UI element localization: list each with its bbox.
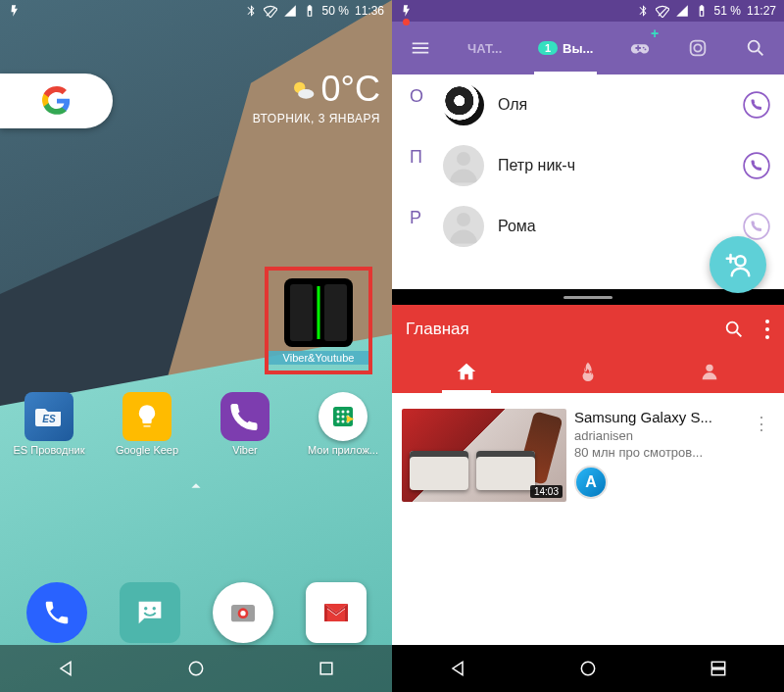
nav-bar-right — [392, 645, 784, 692]
viber-tab-games[interactable]: + — [625, 22, 655, 74]
viber-contacts-list: О Оля П Петр ник-ч Р Рома — [392, 74, 784, 257]
nav-back-icon[interactable] — [56, 659, 75, 678]
battery-icon — [303, 4, 317, 18]
dock-phone[interactable] — [26, 582, 87, 643]
contact-name: Петр ник-ч — [498, 157, 743, 174]
viber-call-icon[interactable] — [743, 91, 770, 119]
nav-home-icon[interactable] — [186, 659, 206, 678]
app-my-apps[interactable]: Мои прилож... — [305, 392, 381, 456]
split-screen-apps: 51 % 11:27 ЧАТ... 1Вы... + О Оля П Петр … — [392, 0, 784, 692]
yt-tab-home[interactable] — [407, 350, 527, 393]
video-more-icon[interactable]: ⋮ — [749, 409, 774, 438]
svg-point-13 — [144, 607, 147, 610]
video-channel: adrianisen — [574, 428, 741, 443]
weather-widget[interactable]: 0°C ВТОРНИК, 3 ЯНВАРЯ — [253, 69, 380, 125]
yt-tab-account[interactable] — [650, 350, 770, 393]
gmail-icon — [318, 595, 354, 630]
video-meta: Samsung Galaxy S... adrianisen 80 млн пр… — [574, 409, 741, 499]
svg-point-11 — [342, 420, 345, 423]
video-duration: 14:03 — [530, 485, 563, 498]
svg-point-1 — [298, 89, 314, 99]
flame-icon — [577, 361, 599, 382]
video-views: 80 млн про смотров... — [574, 445, 741, 460]
yt-tab-trending[interactable] — [528, 350, 649, 393]
viber-call-icon[interactable] — [743, 213, 770, 240]
svg-point-6 — [347, 411, 350, 414]
video-title: Samsung Galaxy S... — [574, 409, 741, 426]
person-icon — [699, 361, 720, 382]
svg-point-8 — [342, 416, 345, 419]
signal-icon — [675, 4, 689, 18]
nav-recent-icon[interactable] — [317, 659, 336, 678]
bolt-icon — [400, 4, 414, 18]
channel-avatar[interactable]: A — [574, 466, 608, 499]
app-row: ES ES Проводник Google Keep Viber Мои пр… — [0, 392, 392, 456]
add-contact-fab[interactable] — [710, 236, 766, 293]
youtube-video-item[interactable]: 14:03 Samsung Galaxy S... adrianisen 80 … — [392, 393, 784, 518]
svg-point-14 — [152, 607, 155, 610]
viber-menu-button[interactable] — [406, 22, 435, 74]
viber-tab-contacts[interactable]: 1Вы... — [534, 22, 597, 74]
viber-tab-public[interactable] — [683, 22, 712, 74]
temperature-text: 0°C — [321, 69, 380, 110]
svg-point-30 — [765, 320, 769, 323]
viber-tab-chat[interactable]: ЧАТ... — [464, 22, 506, 74]
split-drag-handle[interactable] — [392, 289, 784, 305]
contact-row[interactable]: Оля — [443, 74, 784, 135]
svg-point-21 — [694, 44, 701, 51]
app-google-keep[interactable]: Google Keep — [109, 392, 185, 456]
search-icon — [745, 37, 766, 59]
section-letter: О — [392, 74, 443, 107]
app-drawer-handle[interactable] — [185, 475, 207, 501]
app-es-explorer[interactable]: ES ES Проводник — [11, 392, 87, 456]
nav-back-icon[interactable] — [448, 659, 467, 678]
svg-rect-36 — [712, 669, 725, 675]
date-text: ВТОРНИК, 3 ЯНВАРЯ — [253, 112, 380, 125]
chevron-up-icon — [185, 475, 207, 497]
lightbulb-icon — [133, 403, 161, 430]
spiral-icon — [687, 37, 709, 59]
weather-icon — [290, 76, 316, 102]
signal-icon — [283, 4, 297, 18]
status-bar-left: 50 % 11:36 — [0, 0, 392, 22]
svg-point-5 — [342, 411, 345, 414]
google-search-widget[interactable] — [0, 74, 113, 128]
svg-point-28 — [736, 256, 746, 266]
nav-home-icon[interactable] — [578, 659, 598, 678]
bolt-icon — [8, 4, 22, 18]
svg-point-29 — [727, 322, 738, 333]
dock-camera[interactable] — [213, 582, 273, 643]
youtube-panel: Главная 14:03 Samsung Galaxy S... adrian… — [392, 289, 784, 645]
contact-section: П Петр ник-ч — [392, 135, 784, 196]
svg-point-23 — [744, 92, 769, 118]
dock-messages[interactable] — [120, 582, 180, 643]
more-vert-icon[interactable] — [764, 319, 770, 340]
phone-icon — [42, 598, 72, 627]
dock — [0, 582, 392, 643]
nav-split-icon[interactable] — [709, 659, 728, 678]
viber-search-button[interactable] — [741, 22, 770, 74]
clock-text: 11:27 — [747, 4, 776, 18]
app-viber[interactable]: Viber — [207, 392, 283, 456]
viber-call-icon[interactable] — [743, 152, 770, 179]
camera-icon — [227, 597, 259, 628]
svg-point-7 — [337, 416, 340, 419]
contact-name: Оля — [498, 96, 743, 114]
svg-point-32 — [765, 335, 769, 339]
apps-grid-icon — [328, 402, 358, 431]
svg-point-10 — [337, 420, 340, 423]
svg-point-17 — [240, 611, 245, 616]
youtube-toolbar: Главная — [392, 305, 784, 393]
svg-text:ES: ES — [42, 414, 56, 424]
contact-row[interactable]: Петр ник-ч — [443, 135, 784, 196]
home-icon — [456, 361, 477, 382]
bluetooth-icon — [244, 4, 258, 18]
battery-text: 51 % — [714, 4, 741, 18]
folder-es-icon: ES — [33, 401, 65, 432]
section-letter: Р — [392, 196, 443, 228]
search-icon[interactable] — [723, 319, 745, 340]
svg-point-26 — [457, 213, 470, 226]
splitscreen-widget-highlight[interactable]: Viber&Youtube — [265, 267, 372, 374]
contact-section: О Оля — [392, 74, 784, 135]
dock-gmail[interactable] — [306, 582, 367, 643]
